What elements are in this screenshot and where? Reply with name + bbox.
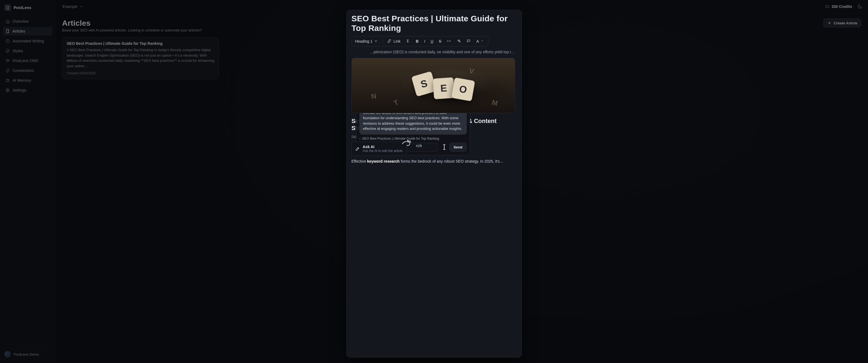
bold-tool[interactable]: B [414, 37, 421, 45]
italic-tool[interactable]: I [422, 37, 427, 45]
strike-tool[interactable]: S [437, 37, 443, 45]
edit-icon [355, 146, 360, 151]
link-tool-label: Link [394, 39, 401, 43]
chat-send-button[interactable]: Send [450, 143, 467, 152]
body-line-prefix: Effective [351, 159, 367, 163]
ask-ai-title: Ask AI [363, 145, 404, 149]
body-line-bold: keyword research [367, 159, 400, 163]
document-title: SEO Best Practices | Ultimate Guide for … [351, 14, 517, 33]
editor-modal: SEO Best Practices | Ultimate Guide for … [346, 10, 522, 358]
document-body[interactable]: …ptimization (SEO) is conducted daily, n… [351, 49, 517, 357]
underline-tool[interactable]: U [428, 37, 435, 45]
comment-tool[interactable] [464, 37, 473, 45]
chat-summary: Overall, the article is well-written and… [363, 110, 463, 131]
link-icon [388, 39, 392, 43]
italic-icon: I [424, 39, 425, 43]
chat-send-label: Send [454, 145, 463, 149]
subheading-cut-label: rch [416, 144, 422, 148]
chevron-right-icon: › [360, 137, 361, 141]
comment-icon [467, 39, 471, 43]
body-line: Effective keyword research forms the bed… [351, 158, 515, 164]
color-icon: A [476, 39, 479, 43]
link-tool[interactable]: Link [385, 37, 403, 45]
intro-right-fragment: …ptimization (SEO) is conducted daily, n… [351, 49, 515, 55]
heading-select-label: Heading 1 [355, 39, 373, 43]
code-icon [447, 39, 452, 43]
code-tool[interactable] [445, 37, 454, 45]
ask-ai-desc: Ask the AI to edit the article. [363, 149, 404, 153]
body-line-suffix: forms the bedrock of any robust SEO stra… [401, 159, 503, 163]
heading-select[interactable]: Heading 1 [353, 37, 381, 45]
bold-icon: B [416, 39, 418, 43]
chevron-down-icon [480, 39, 485, 43]
color-tool[interactable]: A [474, 37, 487, 45]
editor-toolbar: Heading 1 Link B I U S A [351, 36, 489, 47]
chevron-down-icon [374, 39, 378, 43]
sigma-tool[interactable] [404, 37, 412, 45]
text-cursor-icon [441, 143, 447, 151]
cursor-pointer-icon [401, 138, 415, 149]
hero-image: N T V M S E O [351, 58, 515, 113]
ask-ai-menu-item[interactable]: Ask AI Ask the AI to edit the article. r… [351, 142, 407, 156]
strike-icon: S [439, 39, 441, 43]
sparkle-tool[interactable] [455, 37, 463, 45]
sparkle-icon [457, 39, 461, 43]
sigma-icon [406, 39, 410, 43]
underline-icon: U [431, 39, 433, 43]
toolbar-separator [383, 39, 383, 44]
